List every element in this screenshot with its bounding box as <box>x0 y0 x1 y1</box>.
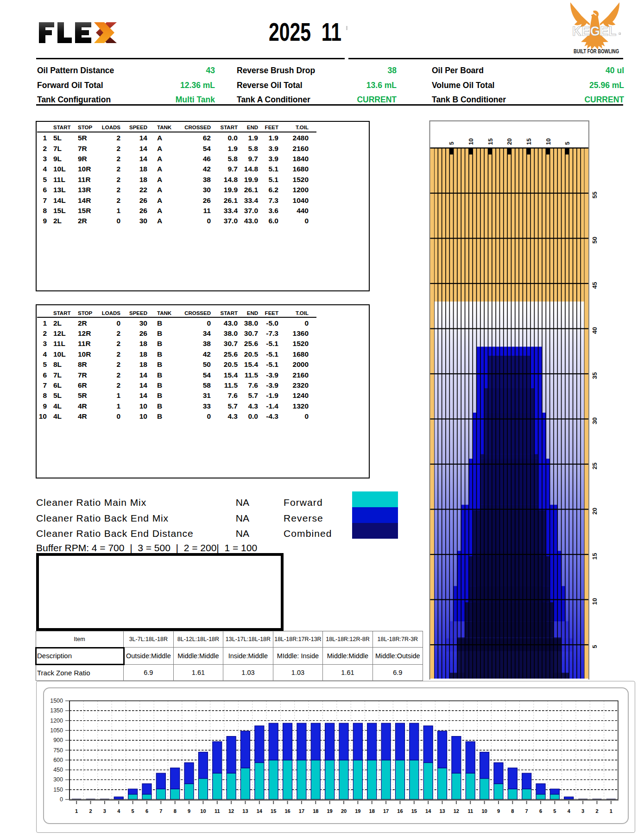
svg-text:55: 55 <box>591 191 598 199</box>
svg-text:BUILT FOR BOWLING: BUILT FOR BOWLING <box>574 48 619 55</box>
svg-text:35: 35 <box>591 372 598 379</box>
svg-text:10: 10 <box>200 808 206 814</box>
svg-text:5: 5 <box>564 142 571 145</box>
svg-text:15: 15 <box>525 138 532 145</box>
svg-text:15: 15 <box>591 553 598 560</box>
svg-text:8: 8 <box>174 808 177 814</box>
svg-text:25: 25 <box>591 462 598 470</box>
svg-text:17: 17 <box>299 808 304 814</box>
svg-text:5: 5 <box>132 808 134 814</box>
svg-text:11: 11 <box>215 808 220 814</box>
svg-text:12: 12 <box>454 808 459 814</box>
svg-text:1500: 1500 <box>50 698 63 704</box>
svg-text:6: 6 <box>145 808 148 814</box>
svg-text:45: 45 <box>591 282 598 289</box>
svg-text:8: 8 <box>511 808 514 814</box>
svg-text:18: 18 <box>369 808 375 814</box>
svg-text:1: 1 <box>610 808 612 814</box>
svg-text:19: 19 <box>327 808 333 814</box>
svg-text:5: 5 <box>591 645 598 648</box>
svg-text:13: 13 <box>242 808 248 814</box>
svg-text:10: 10 <box>591 598 598 605</box>
svg-text:50: 50 <box>591 237 598 244</box>
svg-text:5: 5 <box>448 142 455 145</box>
svg-text:16: 16 <box>284 808 290 814</box>
svg-text:2: 2 <box>595 808 598 814</box>
svg-text:900: 900 <box>53 737 63 743</box>
svg-text:14: 14 <box>257 808 263 814</box>
svg-text:150: 150 <box>53 787 63 793</box>
svg-text:16: 16 <box>397 808 403 814</box>
svg-text:15: 15 <box>487 138 494 145</box>
svg-text:4: 4 <box>568 808 571 814</box>
svg-text:1: 1 <box>75 808 78 814</box>
svg-text:6: 6 <box>539 808 542 814</box>
svg-text:20: 20 <box>341 808 347 814</box>
svg-text:7: 7 <box>525 808 528 814</box>
svg-text:13: 13 <box>439 808 445 814</box>
svg-text:20: 20 <box>506 138 513 145</box>
svg-text:450: 450 <box>53 767 63 773</box>
svg-text:9: 9 <box>188 808 190 814</box>
svg-text:14: 14 <box>425 808 431 814</box>
svg-text:1050: 1050 <box>50 727 63 734</box>
svg-text:12: 12 <box>228 808 234 814</box>
svg-text:3: 3 <box>581 808 584 814</box>
svg-text:600: 600 <box>53 757 63 763</box>
svg-text:2: 2 <box>89 808 92 814</box>
svg-text:9: 9 <box>497 808 500 814</box>
svg-text:11: 11 <box>467 808 473 814</box>
svg-text:1350: 1350 <box>50 707 63 714</box>
svg-text:40: 40 <box>591 327 598 334</box>
svg-text:4: 4 <box>117 808 120 814</box>
svg-text:30: 30 <box>591 417 598 424</box>
svg-text:1200: 1200 <box>50 717 63 724</box>
svg-text:3: 3 <box>103 808 106 814</box>
svg-text:19: 19 <box>355 808 360 814</box>
svg-text:18: 18 <box>313 808 318 814</box>
svg-text:15: 15 <box>411 808 417 814</box>
svg-text:KEGEL: KEGEL <box>572 23 617 38</box>
svg-text:750: 750 <box>53 747 63 754</box>
svg-text:5: 5 <box>553 808 556 814</box>
svg-text:17: 17 <box>383 808 389 814</box>
svg-text:10: 10 <box>467 138 474 145</box>
svg-text:10: 10 <box>481 808 487 814</box>
svg-text:15: 15 <box>271 808 276 814</box>
svg-text:0: 0 <box>60 796 63 803</box>
svg-text:10: 10 <box>545 138 552 145</box>
svg-text:300: 300 <box>53 776 63 783</box>
svg-text:20: 20 <box>591 508 598 515</box>
svg-text:7: 7 <box>159 808 162 814</box>
